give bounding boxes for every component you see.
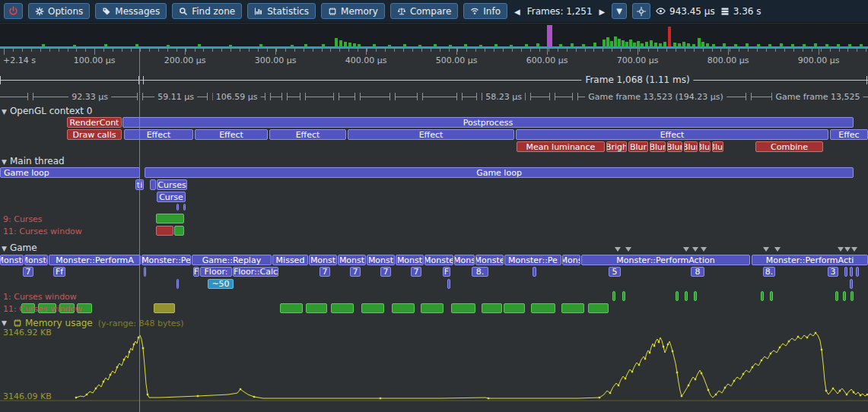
message-marker-icon[interactable] — [844, 247, 851, 252]
zone-bar[interactable]: 7 — [380, 267, 391, 277]
zone-bar[interactable]: Game loop — [0, 167, 140, 178]
histogram-bar[interactable] — [757, 44, 760, 46]
find-zone-button[interactable]: Find zone — [172, 3, 242, 19]
histogram-bar[interactable] — [582, 44, 585, 46]
histogram-bar[interactable] — [603, 40, 606, 46]
zone-bar[interactable]: RenderCont — [67, 117, 122, 128]
message-marker-icon[interactable] — [763, 247, 769, 252]
histogram-bar[interactable] — [723, 43, 726, 46]
histogram-bar[interactable] — [304, 44, 307, 46]
zone-bar[interactable]: Blur — [684, 141, 698, 152]
histogram-bar[interactable] — [791, 44, 794, 46]
zone-bar[interactable] — [622, 291, 625, 301]
zone-bar[interactable]: Monste — [475, 255, 504, 265]
zone-bar[interactable]: ~50 — [208, 279, 234, 289]
zone-bar[interactable]: Brigh — [606, 141, 627, 152]
zone-bar[interactable]: Monste — [24, 255, 48, 265]
zone-bar[interactable]: Effect — [124, 129, 193, 140]
zone-bar[interactable]: Monst — [338, 255, 366, 265]
message-marker-icon[interactable] — [774, 247, 781, 252]
zone-bar[interactable] — [144, 267, 146, 277]
zone-bar[interactable]: Curses — [157, 179, 187, 190]
memory-section-header[interactable]: ▼ Memory usage (y-range: 848 bytes) — [2, 318, 184, 328]
histogram-bar[interactable] — [678, 43, 681, 46]
zone-bar[interactable]: Mons — [454, 255, 475, 265]
section-header[interactable]: ▼Game — [2, 242, 37, 253]
zone-bar[interactable] — [843, 291, 846, 301]
zone-bar[interactable] — [588, 303, 609, 313]
histogram-bar[interactable] — [837, 44, 840, 46]
zone-bar[interactable]: Blur — [667, 141, 682, 152]
histogram-bar[interactable] — [339, 40, 342, 46]
zone-bar[interactable] — [533, 267, 536, 277]
zone-bar[interactable]: Blur — [650, 141, 666, 152]
zone-bar[interactable]: Monst — [396, 255, 424, 265]
zone-bar[interactable]: Postprocess — [122, 117, 854, 128]
histogram-bar[interactable] — [734, 44, 737, 46]
frame-band[interactable]: Frame 1,068 (1.11 ms) — [0, 73, 868, 88]
histogram-bar[interactable] — [706, 43, 709, 46]
frame-ruler-label[interactable]: Game frame 13,523 (194.23 μs) — [585, 92, 727, 102]
next-frame-button[interactable]: ▶ — [598, 5, 607, 17]
histogram-bar[interactable] — [358, 44, 361, 46]
zone-bar[interactable] — [835, 291, 838, 301]
zone-bar[interactable]: Monster::PerformA — [49, 255, 141, 265]
zone-bar[interactable]: Game::Replay — [192, 255, 272, 265]
histogram-bar[interactable] — [291, 45, 294, 46]
histogram-bar[interactable] — [618, 39, 621, 46]
zone-bar[interactable]: Draw calls — [67, 129, 122, 140]
histogram-bar[interactable] — [344, 42, 347, 46]
zone-bar[interactable]: Missed — [272, 255, 308, 265]
zone-bar[interactable] — [280, 303, 303, 313]
histogram-bar[interactable] — [322, 44, 325, 46]
zone-bar[interactable]: 8. — [472, 267, 488, 277]
zone-bar[interactable] — [851, 291, 854, 301]
zone-bar[interactable]: Monster::Pe — [504, 255, 561, 265]
histogram-bar[interactable] — [687, 43, 690, 46]
histogram-bar[interactable] — [418, 45, 421, 46]
info-button[interactable]: Info — [463, 3, 507, 19]
histogram-bar[interactable] — [403, 44, 406, 46]
histogram-bar[interactable] — [135, 44, 138, 46]
zone-bar[interactable] — [770, 291, 773, 301]
histogram-bar[interactable] — [593, 43, 596, 46]
compare-button[interactable]: Compare — [390, 3, 458, 19]
histogram-bar[interactable] — [682, 42, 685, 46]
zone-bar[interactable]: Ff — [53, 267, 65, 277]
zone-bar[interactable] — [504, 303, 525, 313]
zone-bar[interactable]: Blur — [712, 141, 723, 152]
zone-bar[interactable] — [850, 279, 853, 289]
zone-bar[interactable] — [150, 179, 156, 190]
zone-bar[interactable]: Effect — [348, 129, 514, 140]
message-marker-icon[interactable] — [683, 247, 689, 252]
zone-bar[interactable]: Effec — [830, 129, 868, 140]
histogram-bar[interactable] — [73, 45, 76, 46]
zone-bar[interactable] — [676, 291, 679, 301]
frame-ruler-label[interactable]: 58.23 μs — [482, 92, 525, 102]
histogram-bar[interactable] — [571, 43, 574, 46]
zone-bar[interactable] — [183, 204, 186, 211]
zone-bar[interactable] — [174, 226, 184, 236]
zone-bar[interactable] — [306, 303, 327, 313]
histogram-bar[interactable] — [198, 44, 201, 46]
zone-bar[interactable]: Monst — [309, 255, 337, 265]
histogram-bar[interactable] — [479, 45, 482, 46]
message-marker-icon[interactable] — [625, 247, 631, 252]
zone-bar[interactable] — [156, 226, 173, 236]
histogram-bar[interactable] — [373, 44, 376, 46]
histogram-bar[interactable] — [860, 44, 863, 46]
zone-bar[interactable]: Blur — [628, 141, 648, 152]
zone-bar[interactable]: Effect — [195, 129, 268, 140]
histogram-bar[interactable] — [848, 44, 851, 46]
zone-bar[interactable] — [421, 303, 444, 313]
messages-button[interactable]: Messages — [95, 3, 167, 19]
histogram-bar[interactable] — [673, 43, 676, 46]
frame-ruler-label[interactable]: 106.59 μs — [213, 92, 261, 102]
histogram-bar[interactable] — [348, 43, 351, 46]
histogram-bar[interactable] — [606, 37, 609, 46]
histogram-bar[interactable] — [668, 27, 671, 46]
zone-bar[interactable] — [361, 303, 384, 313]
message-marker-icon[interactable] — [851, 247, 857, 252]
zone-bar[interactable]: Mean luminance — [517, 141, 605, 152]
zone-bar[interactable]: Curse — [157, 192, 186, 202]
